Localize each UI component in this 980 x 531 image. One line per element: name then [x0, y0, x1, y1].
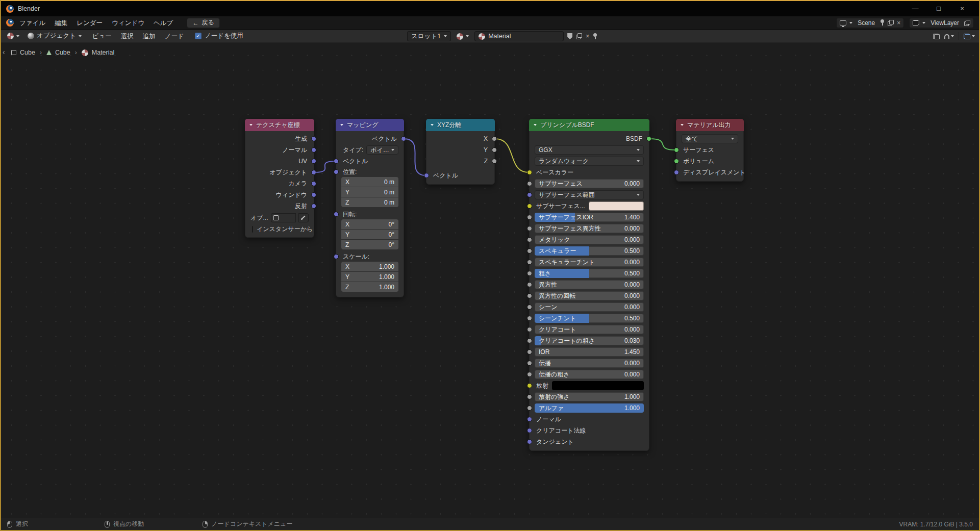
collapse-icon[interactable]	[431, 124, 434, 126]
maximize-button[interactable]: □	[927, 1, 950, 16]
socket-shader[interactable]	[646, 136, 651, 141]
vector-field[interactable]: Y0 m	[341, 187, 398, 197]
socket-value[interactable]	[527, 248, 532, 254]
minimize-button[interactable]: —	[903, 1, 927, 16]
socket-value[interactable]	[527, 282, 532, 287]
socket-value[interactable]	[492, 147, 497, 153]
shader-type-dropdown[interactable]: オブジェクト	[26, 30, 84, 42]
new-material-icon[interactable]	[576, 33, 582, 39]
value-slider[interactable]: シーン0.000	[535, 302, 644, 312]
socket-value[interactable]	[527, 260, 532, 265]
collapse-icon[interactable]	[534, 124, 537, 126]
topbar-menu-1[interactable]: 編集	[50, 17, 72, 29]
node-header[interactable]: マテリアル出力	[676, 119, 744, 131]
breadcrumb-item[interactable]: Cube	[46, 49, 70, 56]
topbar-menu-3[interactable]: ウィンドウ	[107, 17, 149, 29]
socket-vector[interactable]	[424, 173, 429, 178]
vector-field[interactable]: Y1.000	[341, 272, 398, 282]
socket-shader[interactable]	[674, 147, 679, 153]
pin-icon[interactable]	[880, 19, 885, 26]
topbar-menu-0[interactable]: ファイル	[15, 17, 50, 29]
node-material-output[interactable]: マテリアル出力全てサーフェスボリュームディスプレイスメント	[676, 119, 744, 182]
vector-field[interactable]: X0 m	[341, 177, 398, 187]
vector-field[interactable]: Z1.000	[341, 282, 398, 292]
use-nodes-checkbox[interactable]: ✓ ノードを使用	[195, 32, 243, 40]
dropdown-field[interactable]: GGX	[535, 145, 644, 155]
socket-value[interactable]	[527, 349, 532, 355]
socket-value[interactable]	[527, 316, 532, 321]
dropdown-field[interactable]: ポイント	[366, 145, 398, 155]
snap-target-icon[interactable]	[933, 34, 940, 39]
value-slider[interactable]: IOR1.450	[535, 347, 644, 357]
socket-vector[interactable]	[527, 428, 532, 433]
topbar-menu-4[interactable]: ヘルプ	[149, 17, 178, 29]
value-slider[interactable]: 放射の強さ1.000	[535, 392, 644, 401]
slot-dropdown[interactable]: スロット1	[407, 31, 451, 41]
editor-type-button[interactable]	[5, 30, 21, 42]
socket-vector[interactable]	[527, 192, 532, 197]
breadcrumb-item[interactable]: Cube	[11, 49, 35, 56]
dropdown-field[interactable]: ランダムウォーク	[535, 157, 644, 166]
socket-color[interactable]	[527, 383, 532, 388]
socket-value[interactable]	[527, 394, 532, 399]
socket-value[interactable]	[527, 361, 532, 366]
collapse-icon[interactable]	[340, 124, 343, 126]
dropdown-field[interactable]: サブサーフェス範囲	[535, 190, 644, 199]
editor-menu-1[interactable]: 選択	[116, 30, 138, 42]
socket-vector[interactable]	[674, 170, 679, 175]
socket-value[interactable]	[527, 372, 532, 377]
topbar-menu-2[interactable]: レンダー	[72, 17, 107, 29]
editor-menu-2[interactable]: 追加	[138, 30, 160, 42]
breadcrumb-item[interactable]: Material	[82, 49, 114, 56]
node-header[interactable]: テクスチャ座標	[245, 119, 314, 131]
overlay-toggle[interactable]	[964, 34, 975, 39]
socket-value[interactable]	[527, 226, 532, 231]
socket-vector[interactable]	[527, 417, 532, 422]
socket-value[interactable]	[492, 159, 497, 164]
value-slider[interactable]: サブサーフェス異方性0.000	[535, 224, 644, 233]
collapse-icon[interactable]	[681, 124, 684, 126]
value-slider[interactable]: 伝播0.000	[535, 359, 644, 368]
value-slider[interactable]: クリアコート0.000	[535, 325, 644, 334]
socket-color[interactable]	[527, 170, 532, 175]
viewlayer-selector[interactable]: ViewLayer	[909, 18, 974, 28]
socket-value[interactable]	[527, 406, 532, 411]
socket-vector[interactable]	[311, 136, 316, 141]
vector-field[interactable]: Y0°	[341, 230, 398, 239]
socket-vector[interactable]	[311, 192, 316, 197]
node-mapping[interactable]: マッピングベクトルタイプ:ポイントベクトル位置:X0 mY0 mZ0 m回転:X…	[336, 119, 404, 297]
vector-field[interactable]: X1.000	[341, 262, 398, 271]
node-canvas[interactable]: ‹ Cube›Cube›Material テクスチャ座標生成ノーマルUVオブジェ…	[1, 43, 979, 518]
object-field[interactable]	[271, 213, 296, 222]
value-slider[interactable]: 異方性0.000	[535, 280, 644, 289]
socket-value[interactable]	[527, 305, 532, 310]
color-swatch[interactable]	[552, 381, 644, 390]
node-header[interactable]: プリンシプルBSDF	[529, 119, 649, 131]
value-slider[interactable]: シーンチント0.500	[535, 314, 644, 323]
value-slider[interactable]: メタリック0.000	[535, 235, 644, 244]
value-slider[interactable]: スペキュラーチント0.000	[535, 258, 644, 267]
socket-vector[interactable]	[311, 159, 316, 164]
node-header[interactable]: XYZ分離	[426, 119, 495, 131]
socket-vector[interactable]	[334, 254, 339, 259]
material-name-field[interactable]: Material	[474, 31, 564, 41]
value-slider[interactable]: サブサーフェスIOR1.400	[535, 213, 644, 222]
value-slider[interactable]: サブサーフェス0.000	[535, 179, 644, 188]
vector-field[interactable]: Z0°	[341, 240, 398, 249]
node-texture-coordinate[interactable]: テクスチャ座標生成ノーマルUVオブジェクトカメラウィンドウ反射オブ...インスタ…	[245, 119, 314, 238]
snapping-dropdown[interactable]	[944, 34, 954, 39]
socket-vector[interactable]	[334, 169, 339, 174]
back-button[interactable]: ← 戻る	[187, 18, 219, 28]
value-slider[interactable]: 異方性の回転0.000	[535, 291, 644, 300]
checkbox-row[interactable]: インスタンサーから	[245, 224, 314, 234]
fake-user-icon[interactable]	[567, 33, 572, 39]
node-separate-xyz[interactable]: XYZ分離XYZベクトル	[426, 119, 495, 185]
value-slider[interactable]: アルファ1.000	[535, 403, 644, 413]
new-viewlayer-icon[interactable]	[964, 20, 970, 26]
socket-vector[interactable]	[311, 170, 316, 175]
eyedropper-button[interactable]	[298, 213, 309, 222]
color-swatch[interactable]	[589, 201, 644, 211]
value-slider[interactable]: 粗さ0.500	[535, 269, 644, 278]
socket-value[interactable]	[527, 338, 532, 343]
socket-value[interactable]	[527, 271, 532, 276]
